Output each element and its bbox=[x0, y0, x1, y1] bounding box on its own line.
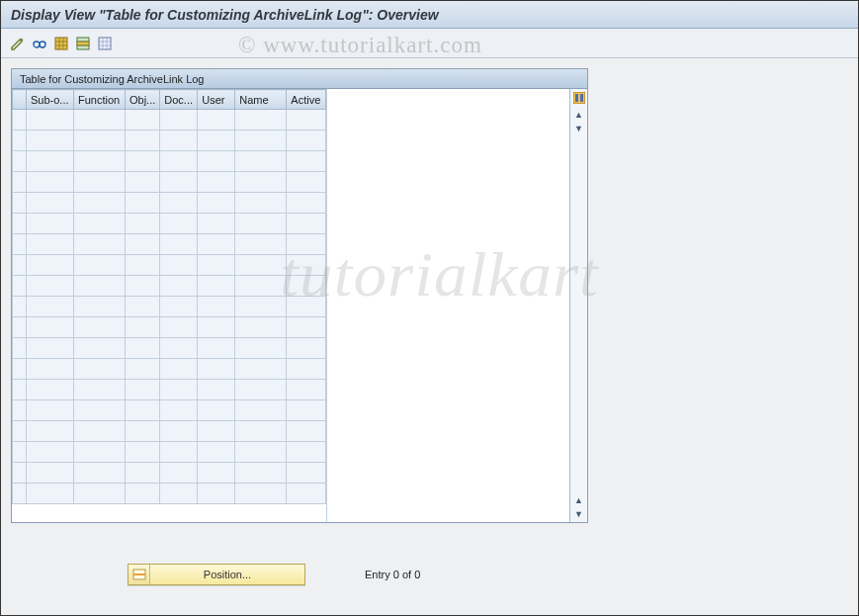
table-cell[interactable] bbox=[198, 421, 235, 442]
table-cell[interactable] bbox=[198, 338, 235, 359]
table-cell[interactable] bbox=[27, 193, 74, 214]
table-cell[interactable] bbox=[160, 338, 198, 359]
table-row[interactable] bbox=[13, 131, 326, 151]
row-selector[interactable] bbox=[13, 400, 27, 421]
table-cell[interactable] bbox=[235, 193, 287, 214]
table-cell[interactable] bbox=[235, 110, 287, 131]
table-cell[interactable] bbox=[198, 380, 235, 400]
deselect-icon[interactable] bbox=[96, 35, 114, 52]
table-row[interactable] bbox=[13, 359, 326, 380]
table-cell[interactable] bbox=[235, 255, 287, 276]
table-row[interactable] bbox=[13, 484, 326, 504]
table-cell[interactable] bbox=[126, 131, 160, 151]
position-button[interactable]: Position... bbox=[128, 564, 305, 585]
table-row[interactable] bbox=[13, 400, 326, 421]
table-cell[interactable] bbox=[198, 214, 235, 234]
table-cell[interactable] bbox=[160, 297, 198, 317]
table-cell[interactable] bbox=[287, 214, 326, 234]
table-row[interactable] bbox=[13, 276, 326, 297]
table-cell[interactable] bbox=[126, 193, 160, 214]
table-cell[interactable] bbox=[74, 172, 126, 193]
table-row[interactable] bbox=[13, 110, 326, 131]
row-selector[interactable] bbox=[13, 317, 27, 338]
table-cell[interactable] bbox=[74, 359, 126, 380]
table-cell[interactable] bbox=[198, 255, 235, 276]
table-cell[interactable] bbox=[27, 297, 74, 317]
table-cell[interactable] bbox=[287, 442, 326, 463]
table-cell[interactable] bbox=[27, 110, 74, 131]
table-cell[interactable] bbox=[160, 400, 198, 421]
table-cell[interactable] bbox=[126, 463, 160, 484]
table-cell[interactable] bbox=[235, 172, 287, 193]
table-row[interactable] bbox=[13, 234, 326, 255]
table-cell[interactable] bbox=[74, 131, 126, 151]
table-cell[interactable] bbox=[287, 193, 326, 214]
row-selector[interactable] bbox=[13, 442, 27, 463]
scroll-down-bottom-icon[interactable]: ▼ bbox=[572, 508, 586, 520]
table-cell[interactable] bbox=[287, 297, 326, 317]
table-row[interactable] bbox=[13, 297, 326, 317]
row-selector[interactable] bbox=[13, 151, 27, 172]
scroll-up-bottom-icon[interactable]: ▲ bbox=[572, 494, 586, 506]
table-cell[interactable] bbox=[235, 214, 287, 234]
table-cell[interactable] bbox=[126, 380, 160, 400]
row-selector[interactable] bbox=[13, 380, 27, 400]
table-cell[interactable] bbox=[74, 276, 126, 297]
row-selector[interactable] bbox=[13, 463, 27, 484]
row-selector[interactable] bbox=[13, 214, 27, 234]
table-cell[interactable] bbox=[74, 317, 126, 338]
glasses-icon[interactable] bbox=[31, 35, 48, 52]
table-cell[interactable] bbox=[235, 234, 287, 255]
table-cell[interactable] bbox=[198, 359, 235, 380]
table-cell[interactable] bbox=[235, 317, 287, 338]
table-cell[interactable] bbox=[160, 359, 198, 380]
table-cell[interactable] bbox=[198, 193, 235, 214]
table-cell[interactable] bbox=[287, 110, 326, 131]
table-cell[interactable] bbox=[287, 359, 326, 380]
column-header[interactable]: User bbox=[198, 90, 235, 110]
table-cell[interactable] bbox=[27, 234, 74, 255]
table-cell[interactable] bbox=[235, 442, 287, 463]
table-cell[interactable] bbox=[27, 172, 74, 193]
table-cell[interactable] bbox=[235, 463, 287, 484]
table-cell[interactable] bbox=[27, 255, 74, 276]
table-cell[interactable] bbox=[198, 151, 235, 172]
table-cell[interactable] bbox=[74, 338, 126, 359]
table-cell[interactable] bbox=[74, 297, 126, 317]
table-cell[interactable] bbox=[198, 131, 235, 151]
table-row[interactable] bbox=[13, 193, 326, 214]
table-cell[interactable] bbox=[126, 276, 160, 297]
table-cell[interactable] bbox=[235, 400, 287, 421]
table-cell[interactable] bbox=[126, 110, 160, 131]
table-cell[interactable] bbox=[160, 172, 198, 193]
table-cell[interactable] bbox=[126, 317, 160, 338]
table-cell[interactable] bbox=[235, 338, 287, 359]
row-selector[interactable] bbox=[13, 131, 27, 151]
table-cell[interactable] bbox=[235, 359, 287, 380]
change-icon[interactable] bbox=[9, 35, 27, 52]
table-cell[interactable] bbox=[74, 214, 126, 234]
table-cell[interactable] bbox=[126, 359, 160, 380]
table-cell[interactable] bbox=[160, 421, 198, 442]
table-cell[interactable] bbox=[287, 463, 326, 484]
table-cell[interactable] bbox=[160, 110, 198, 131]
row-selector[interactable] bbox=[13, 110, 27, 131]
table-cell[interactable] bbox=[27, 484, 74, 504]
column-header[interactable]: Active bbox=[287, 90, 326, 110]
table-cell[interactable] bbox=[160, 442, 198, 463]
row-selector[interactable] bbox=[13, 234, 27, 255]
column-header[interactable]: Doc... bbox=[160, 90, 198, 110]
table-cell[interactable] bbox=[126, 214, 160, 234]
table-row[interactable] bbox=[13, 172, 326, 193]
table-cell[interactable] bbox=[126, 151, 160, 172]
table-cell[interactable] bbox=[287, 421, 326, 442]
row-selector[interactable] bbox=[13, 484, 27, 504]
table-cell[interactable] bbox=[74, 255, 126, 276]
table-cell[interactable] bbox=[160, 214, 198, 234]
table-cell[interactable] bbox=[126, 255, 160, 276]
table-cell[interactable] bbox=[27, 276, 74, 297]
table-cell[interactable] bbox=[27, 421, 74, 442]
table-cell[interactable] bbox=[160, 380, 198, 400]
table-cell[interactable] bbox=[287, 400, 326, 421]
table-cell[interactable] bbox=[126, 172, 160, 193]
